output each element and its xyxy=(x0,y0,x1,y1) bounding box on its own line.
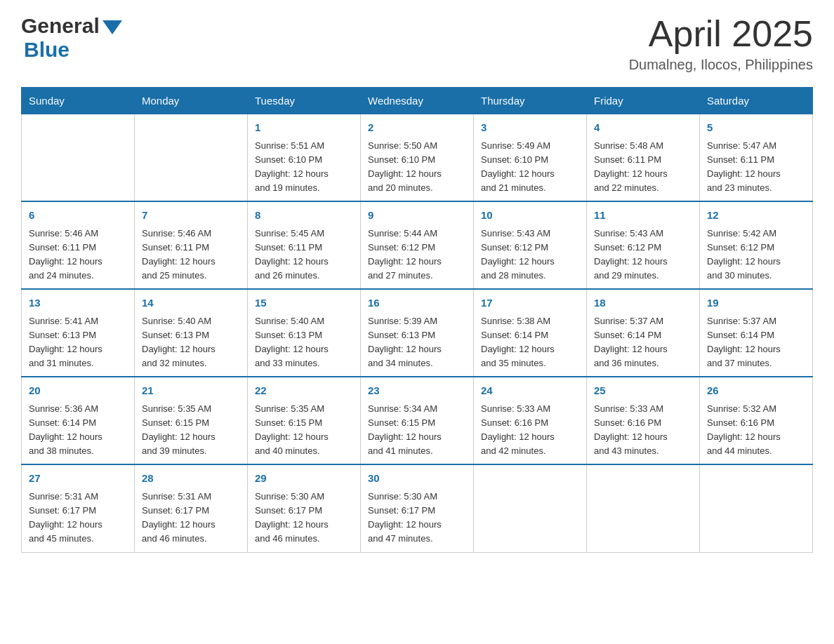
day-number: 9 xyxy=(368,208,466,224)
day-info: Sunrise: 5:44 AMSunset: 6:12 PMDaylight:… xyxy=(368,227,466,283)
day-number: 16 xyxy=(368,295,466,311)
calendar-cell: 10Sunrise: 5:43 AMSunset: 6:12 PMDayligh… xyxy=(474,201,587,289)
calendar-cell xyxy=(135,114,248,202)
day-number: 22 xyxy=(255,383,353,399)
day-info: Sunrise: 5:37 AMSunset: 6:14 PMDaylight:… xyxy=(707,314,805,371)
day-number: 29 xyxy=(255,471,353,487)
calendar-cell: 26Sunrise: 5:32 AMSunset: 6:16 PMDayligh… xyxy=(700,377,813,464)
day-info: Sunrise: 5:37 AMSunset: 6:14 PMDaylight:… xyxy=(594,314,692,371)
calendar-cell: 7Sunrise: 5:46 AMSunset: 6:11 PMDaylight… xyxy=(135,201,248,289)
page-title: April 2025 xyxy=(629,14,813,54)
column-header-monday: Monday xyxy=(135,88,248,114)
day-number: 28 xyxy=(142,471,240,487)
calendar-cell: 13Sunrise: 5:41 AMSunset: 6:13 PMDayligh… xyxy=(22,289,135,377)
calendar-cell: 27Sunrise: 5:31 AMSunset: 6:17 PMDayligh… xyxy=(22,464,135,552)
title-block: April 2025 Dumalneg, Ilocos, Philippines xyxy=(629,14,813,73)
logo-blue: Blue xyxy=(21,38,70,62)
day-number: 24 xyxy=(481,383,579,399)
calendar-cell: 15Sunrise: 5:40 AMSunset: 6:13 PMDayligh… xyxy=(248,289,361,377)
calendar-cell: 25Sunrise: 5:33 AMSunset: 6:16 PMDayligh… xyxy=(587,377,700,464)
day-info: Sunrise: 5:46 AMSunset: 6:11 PMDaylight:… xyxy=(142,227,240,283)
day-info: Sunrise: 5:40 AMSunset: 6:13 PMDaylight:… xyxy=(255,314,353,371)
day-info: Sunrise: 5:48 AMSunset: 6:11 PMDaylight:… xyxy=(594,139,692,196)
day-number: 26 xyxy=(707,383,805,399)
day-info: Sunrise: 5:32 AMSunset: 6:16 PMDaylight:… xyxy=(707,402,805,459)
day-info: Sunrise: 5:47 AMSunset: 6:11 PMDaylight:… xyxy=(707,139,805,196)
day-info: Sunrise: 5:31 AMSunset: 6:17 PMDaylight:… xyxy=(142,490,240,546)
day-info: Sunrise: 5:35 AMSunset: 6:15 PMDaylight:… xyxy=(142,402,240,459)
day-info: Sunrise: 5:50 AMSunset: 6:10 PMDaylight:… xyxy=(368,139,466,196)
day-info: Sunrise: 5:46 AMSunset: 6:11 PMDaylight:… xyxy=(29,227,127,283)
day-info: Sunrise: 5:42 AMSunset: 6:12 PMDaylight:… xyxy=(707,227,805,283)
day-info: Sunrise: 5:49 AMSunset: 6:10 PMDaylight:… xyxy=(481,139,579,196)
day-number: 17 xyxy=(481,295,579,311)
calendar-cell: 14Sunrise: 5:40 AMSunset: 6:13 PMDayligh… xyxy=(135,289,248,377)
calendar-header-row: SundayMondayTuesdayWednesdayThursdayFrid… xyxy=(22,88,813,114)
day-info: Sunrise: 5:38 AMSunset: 6:14 PMDaylight:… xyxy=(481,314,579,371)
calendar-cell: 1Sunrise: 5:51 AMSunset: 6:10 PMDaylight… xyxy=(248,114,361,202)
day-info: Sunrise: 5:41 AMSunset: 6:13 PMDaylight:… xyxy=(29,314,127,371)
day-info: Sunrise: 5:43 AMSunset: 6:12 PMDaylight:… xyxy=(481,227,579,283)
column-header-wednesday: Wednesday xyxy=(361,88,474,114)
day-info: Sunrise: 5:36 AMSunset: 6:14 PMDaylight:… xyxy=(29,402,127,459)
logo: General Blue xyxy=(21,14,125,62)
calendar-cell: 9Sunrise: 5:44 AMSunset: 6:12 PMDaylight… xyxy=(361,201,474,289)
calendar-cell: 5Sunrise: 5:47 AMSunset: 6:11 PMDaylight… xyxy=(700,114,813,202)
calendar-cell: 4Sunrise: 5:48 AMSunset: 6:11 PMDaylight… xyxy=(587,114,700,202)
day-info: Sunrise: 5:39 AMSunset: 6:13 PMDaylight:… xyxy=(368,314,466,371)
day-number: 27 xyxy=(29,471,127,487)
day-info: Sunrise: 5:51 AMSunset: 6:10 PMDaylight:… xyxy=(255,139,353,196)
day-number: 5 xyxy=(707,120,805,136)
day-number: 12 xyxy=(707,208,805,224)
day-info: Sunrise: 5:30 AMSunset: 6:17 PMDaylight:… xyxy=(368,490,466,546)
column-header-tuesday: Tuesday xyxy=(248,88,361,114)
column-header-thursday: Thursday xyxy=(474,88,587,114)
column-header-friday: Friday xyxy=(587,88,700,114)
day-info: Sunrise: 5:35 AMSunset: 6:15 PMDaylight:… xyxy=(255,402,353,459)
day-number: 4 xyxy=(594,120,692,136)
day-number: 8 xyxy=(255,208,353,224)
day-number: 15 xyxy=(255,295,353,311)
calendar-cell: 28Sunrise: 5:31 AMSunset: 6:17 PMDayligh… xyxy=(135,464,248,552)
day-info: Sunrise: 5:31 AMSunset: 6:17 PMDaylight:… xyxy=(29,490,127,546)
calendar-cell: 30Sunrise: 5:30 AMSunset: 6:17 PMDayligh… xyxy=(361,464,474,552)
page-header: General Blue April 2025 Dumalneg, Ilocos… xyxy=(21,14,813,73)
logo-general: General xyxy=(21,14,100,38)
day-info: Sunrise: 5:34 AMSunset: 6:15 PMDaylight:… xyxy=(368,402,466,459)
day-number: 1 xyxy=(255,120,353,136)
calendar-cell: 22Sunrise: 5:35 AMSunset: 6:15 PMDayligh… xyxy=(248,377,361,464)
day-info: Sunrise: 5:43 AMSunset: 6:12 PMDaylight:… xyxy=(594,227,692,283)
calendar-cell: 23Sunrise: 5:34 AMSunset: 6:15 PMDayligh… xyxy=(361,377,474,464)
day-number: 30 xyxy=(368,471,466,487)
logo-triangle-icon xyxy=(102,20,122,34)
day-number: 19 xyxy=(707,295,805,311)
day-number: 20 xyxy=(29,383,127,399)
week-row-2: 6Sunrise: 5:46 AMSunset: 6:11 PMDaylight… xyxy=(22,201,813,289)
calendar-cell: 2Sunrise: 5:50 AMSunset: 6:10 PMDaylight… xyxy=(361,114,474,202)
day-info: Sunrise: 5:45 AMSunset: 6:11 PMDaylight:… xyxy=(255,227,353,283)
day-number: 2 xyxy=(368,120,466,136)
calendar-cell xyxy=(474,464,587,552)
day-number: 7 xyxy=(142,208,240,224)
calendar-cell xyxy=(587,464,700,552)
day-info: Sunrise: 5:33 AMSunset: 6:16 PMDaylight:… xyxy=(481,402,579,459)
week-row-4: 20Sunrise: 5:36 AMSunset: 6:14 PMDayligh… xyxy=(22,377,813,464)
day-number: 10 xyxy=(481,208,579,224)
week-row-1: 1Sunrise: 5:51 AMSunset: 6:10 PMDaylight… xyxy=(22,114,813,202)
calendar-cell: 19Sunrise: 5:37 AMSunset: 6:14 PMDayligh… xyxy=(700,289,813,377)
calendar-cell: 20Sunrise: 5:36 AMSunset: 6:14 PMDayligh… xyxy=(22,377,135,464)
calendar-cell: 18Sunrise: 5:37 AMSunset: 6:14 PMDayligh… xyxy=(587,289,700,377)
week-row-5: 27Sunrise: 5:31 AMSunset: 6:17 PMDayligh… xyxy=(22,464,813,552)
week-row-3: 13Sunrise: 5:41 AMSunset: 6:13 PMDayligh… xyxy=(22,289,813,377)
calendar-cell: 12Sunrise: 5:42 AMSunset: 6:12 PMDayligh… xyxy=(700,201,813,289)
column-header-saturday: Saturday xyxy=(700,88,813,114)
day-info: Sunrise: 5:30 AMSunset: 6:17 PMDaylight:… xyxy=(255,490,353,546)
day-number: 14 xyxy=(142,295,240,311)
calendar-cell: 3Sunrise: 5:49 AMSunset: 6:10 PMDaylight… xyxy=(474,114,587,202)
calendar-cell: 11Sunrise: 5:43 AMSunset: 6:12 PMDayligh… xyxy=(587,201,700,289)
page-subtitle: Dumalneg, Ilocos, Philippines xyxy=(629,57,813,73)
day-info: Sunrise: 5:40 AMSunset: 6:13 PMDaylight:… xyxy=(142,314,240,371)
day-number: 21 xyxy=(142,383,240,399)
calendar-cell: 24Sunrise: 5:33 AMSunset: 6:16 PMDayligh… xyxy=(474,377,587,464)
calendar-cell: 17Sunrise: 5:38 AMSunset: 6:14 PMDayligh… xyxy=(474,289,587,377)
